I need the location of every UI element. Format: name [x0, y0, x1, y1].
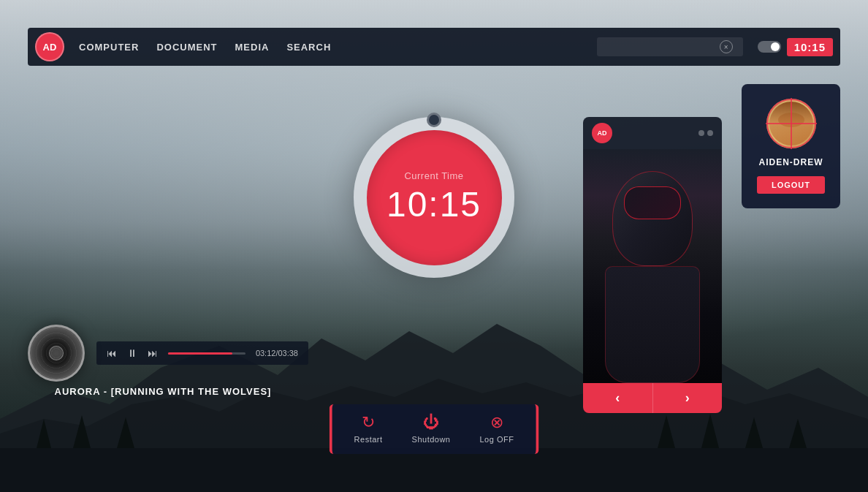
- music-player: ⏮ ⏸ ⏭ 03:12/03:38 AURORA - [RUNNING WITH…: [28, 325, 308, 397]
- logo-text: AD: [43, 42, 57, 53]
- logoff-icon: ⊗: [490, 415, 503, 431]
- gallery-logo: AD: [592, 123, 612, 143]
- clock-outer-ring: Current Time 10:15: [354, 117, 514, 278]
- logoff-button[interactable]: ⊗ Log OFF: [480, 415, 514, 444]
- robot-figure: [594, 171, 711, 383]
- shutdown-button[interactable]: ⏻ Shutdown: [412, 415, 451, 444]
- gallery-next-button[interactable]: ›: [653, 383, 723, 413]
- disc-lines: [30, 327, 83, 379]
- robot-visor: [624, 186, 681, 219]
- logo-button[interactable]: AD: [35, 32, 64, 61]
- gallery-prev-button[interactable]: ‹: [583, 383, 653, 413]
- shutdown-icon: ⏻: [423, 415, 439, 431]
- nav-search[interactable]: SEARCH: [286, 42, 331, 53]
- restart-button[interactable]: ↻ Restart: [354, 415, 383, 444]
- music-disc: [28, 325, 85, 382]
- dot-1: [698, 130, 704, 136]
- bottom-bar: ↻ Restart ⏻ Shutdown ⊗ Log OFF: [330, 404, 539, 454]
- gallery-nav: ‹ ›: [583, 383, 722, 413]
- clock-label: Current Time: [404, 170, 463, 181]
- clock-toggle[interactable]: [758, 41, 781, 53]
- user-name: AIDEN-DREW: [759, 157, 823, 167]
- clock-dot: [427, 113, 441, 127]
- nav-media[interactable]: MEDIA: [235, 42, 270, 53]
- nav-document[interactable]: DOCUMENT: [156, 42, 217, 53]
- gallery-dots: [698, 130, 713, 136]
- user-card: AIDEN-DREW LOGOUT: [742, 84, 840, 208]
- clock-time-display: 10:15: [387, 184, 481, 224]
- music-title: AURORA - [RUNNING WITH THE WOLVES]: [28, 386, 298, 397]
- restart-label: Restart: [354, 435, 383, 444]
- music-controls-col: ⏮ ⏸ ⏭ 03:12/03:38: [96, 341, 308, 365]
- clock-inner: Current Time 10:15: [367, 130, 502, 265]
- shutdown-label: Shutdown: [412, 435, 451, 444]
- gallery-image: [583, 149, 722, 383]
- robot-head: [612, 171, 693, 266]
- topbar-clock: 10:15: [787, 38, 833, 56]
- search-input[interactable]: [603, 42, 720, 52]
- robot-body: [605, 266, 700, 383]
- time-display: 03:12/03:38: [256, 349, 298, 357]
- search-clear-button[interactable]: ×: [720, 40, 733, 53]
- progress-fill: [168, 352, 232, 355]
- music-disc-row: ⏮ ⏸ ⏭ 03:12/03:38: [28, 325, 308, 382]
- avatar-border: [766, 99, 816, 148]
- dot-2: [707, 130, 713, 136]
- gallery-header: AD: [583, 117, 722, 149]
- user-avatar-wrapper: [766, 99, 816, 148]
- topbar: AD COMPUTER DOCUMENT MEDIA SEARCH × 10:1…: [28, 28, 840, 66]
- clear-icon: ×: [724, 43, 728, 51]
- nav-items: COMPUTER DOCUMENT MEDIA SEARCH: [79, 42, 597, 53]
- ui-layer: AD COMPUTER DOCUMENT MEDIA SEARCH × 10:1…: [0, 0, 868, 492]
- gallery-logo-text: AD: [598, 129, 607, 137]
- clock-display: 10:15: [758, 38, 833, 56]
- progress-bar[interactable]: [168, 352, 245, 355]
- logout-button[interactable]: LOGOUT: [757, 176, 825, 194]
- gallery-widget: AD ‹ ›: [583, 117, 722, 413]
- restart-icon: ↻: [362, 415, 375, 431]
- logoff-label: Log OFF: [480, 435, 514, 444]
- prev-button[interactable]: ⏮: [107, 347, 117, 359]
- pause-button[interactable]: ⏸: [127, 347, 137, 359]
- nav-computer[interactable]: COMPUTER: [79, 42, 139, 53]
- search-wrapper: ×: [597, 37, 743, 56]
- next-button[interactable]: ⏭: [148, 347, 158, 359]
- controls-bar: ⏮ ⏸ ⏭ 03:12/03:38: [96, 341, 308, 365]
- center-clock: Current Time 10:15: [354, 117, 514, 278]
